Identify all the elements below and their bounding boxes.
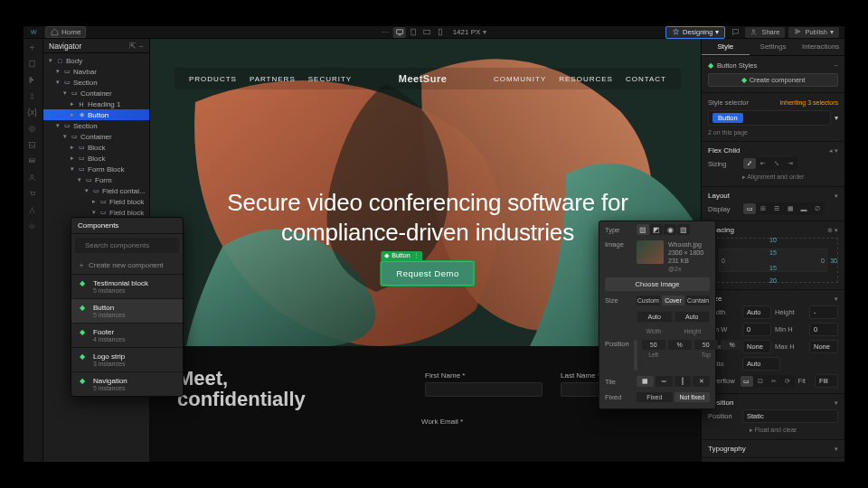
tree-row[interactable]: ▾▭Container	[43, 88, 149, 99]
tree-row[interactable]: ▾▭Container	[43, 131, 149, 142]
float-clear-toggle[interactable]: ▸ Float and clear	[708, 425, 838, 436]
components-rail-icon[interactable]	[28, 91, 39, 102]
components-search-input[interactable]	[85, 241, 180, 249]
section-position[interactable]: Position▾	[708, 398, 838, 408]
ecommerce-icon[interactable]	[28, 189, 39, 200]
ellipsis-icon[interactable]: ⋯	[382, 28, 389, 36]
components-search[interactable]	[75, 238, 179, 253]
tree-row[interactable]: ▸HHeading 1	[43, 99, 149, 109]
selected-element: ◆Button⋮ Request Demo	[381, 261, 474, 286]
bg-width-input[interactable]: Auto	[637, 311, 673, 323]
choose-image-button[interactable]: Choose Image	[605, 277, 710, 291]
tree-row[interactable]: ▾□Body	[43, 55, 149, 66]
nav-link[interactable]: RESOURCES	[559, 75, 613, 83]
users-icon[interactable]	[28, 173, 39, 183]
tablet-landscape-icon[interactable]	[420, 27, 433, 38]
designing-toggle[interactable]: Designing▾	[665, 26, 725, 39]
nav-link[interactable]: SECURITY	[308, 75, 352, 83]
navigator-pin-icon[interactable]: ⇱	[129, 42, 137, 51]
svg-rect-1	[410, 29, 415, 35]
spacing-editor[interactable]: 10 20 30 30 15 15 0 0	[708, 238, 838, 283]
cta-button[interactable]: Request Demo	[381, 261, 474, 286]
section-layout[interactable]: Layout▾	[708, 191, 838, 201]
state-chevron-down-icon[interactable]: ▾	[835, 114, 838, 122]
components-popover: Components ＋Create new component ◆Testim…	[71, 217, 184, 397]
nav-link[interactable]: PARTNERS	[250, 75, 296, 83]
width-chevron-down-icon[interactable]: ▾	[483, 28, 486, 36]
tree-row[interactable]: ▾▭Section	[43, 77, 149, 88]
apps-icon[interactable]	[28, 221, 39, 232]
tablet-icon[interactable]	[407, 27, 420, 38]
navigator-tree: ▾□Body▾▭Navbar▾▭Section▾▭Container▸HHead…	[43, 53, 149, 230]
assets-icon[interactable]	[28, 140, 39, 151]
height-input[interactable]: -	[809, 305, 838, 319]
bg-position-grid[interactable]	[634, 340, 637, 371]
component-item[interactable]: ◆Testimonial block5 instances	[71, 274, 183, 298]
comment-icon[interactable]	[729, 27, 741, 38]
bg-image-thumb[interactable]	[637, 240, 664, 264]
sizing-options[interactable]: ⤢⇤⤡⇥	[742, 157, 797, 170]
tree-row[interactable]: ▾▭Field contai...	[43, 185, 149, 196]
logic-icon[interactable]	[28, 205, 39, 216]
nav-link[interactable]: COMMUNITY	[494, 75, 546, 83]
tree-row[interactable]: ▾▭Navbar	[43, 66, 149, 77]
svg-point-11	[31, 175, 33, 178]
desktop-icon[interactable]	[393, 27, 406, 38]
add-elements-icon[interactable]	[28, 42, 39, 53]
class-selector[interactable]: Button	[708, 110, 831, 126]
alignment-toggle[interactable]: ▸ Alignment and order	[708, 172, 838, 183]
tree-row[interactable]: ▾▭Section	[43, 120, 149, 131]
ratio-input[interactable]: Auto	[742, 357, 780, 371]
bg-fixed-seg[interactable]: FixedNot fixed	[637, 392, 710, 402]
section-size[interactable]: Size▾	[708, 294, 838, 304]
navigator-icon[interactable]	[28, 75, 39, 86]
create-component-row[interactable]: ＋Create new component	[71, 257, 183, 274]
maxh-input[interactable]: None	[809, 340, 838, 353]
position-select[interactable]: Static	[742, 409, 838, 423]
overflow-options[interactable]: ▭⊡✂⟳	[740, 375, 795, 388]
pages-icon[interactable]	[28, 59, 39, 70]
brand-logo[interactable]: MeetSure	[352, 73, 494, 84]
bg-type-tabs[interactable]: ▧◩◉▨	[637, 224, 690, 235]
create-component-button[interactable]: ◆Create component	[708, 73, 838, 87]
variables-icon[interactable]: {x}	[28, 108, 39, 118]
first-name-input[interactable]	[425, 382, 542, 397]
publish-button[interactable]: Publish▾	[788, 27, 839, 38]
home-button[interactable]: Home	[45, 26, 86, 38]
nav-link[interactable]: CONTACT	[626, 75, 666, 83]
component-item[interactable]: ◆Navigation5 instances	[71, 371, 183, 396]
selection-tag[interactable]: ◆Button⋮	[381, 251, 422, 260]
display-options[interactable]: ▭⊞☰▦▬∅	[742, 202, 825, 215]
tree-row[interactable]: ▸▭Block	[43, 142, 149, 153]
minh-input[interactable]: 0	[809, 323, 838, 336]
section-spacing[interactable]: Spacing⊕ ▾	[708, 225, 838, 235]
tree-row[interactable]: ▾▭Form Block	[43, 164, 149, 174]
tree-row[interactable]: ▸◆Button	[43, 109, 149, 120]
component-item[interactable]: ◆Button5 instances	[71, 298, 183, 323]
tree-row[interactable]: ▸▭Field block	[43, 196, 149, 207]
nav-link[interactable]: PRODUCTS	[189, 75, 237, 83]
component-item[interactable]: ◆Logo strip3 instances	[71, 347, 183, 371]
bg-tile-seg[interactable]: ▦═║✕	[637, 376, 710, 387]
tree-row[interactable]: ▸▭Block	[43, 153, 149, 164]
styles-icon[interactable]	[28, 124, 39, 135]
maxw-input[interactable]: None	[742, 340, 771, 353]
tree-row[interactable]: ▾▭Form	[43, 174, 149, 185]
tab-interactions[interactable]: Interactions	[797, 39, 844, 55]
navigator-header: Navigator ⇱−	[43, 39, 149, 53]
bg-height-input[interactable]: Auto	[675, 311, 711, 323]
width-input[interactable]: Auto	[742, 305, 771, 319]
tab-settings[interactable]: Settings	[750, 39, 797, 55]
section-flex-child[interactable]: Flex Child◂ ▾	[708, 145, 838, 155]
minw-input[interactable]: 0	[742, 323, 771, 336]
share-button[interactable]: Share	[745, 27, 785, 38]
cms-icon[interactable]	[28, 156, 39, 167]
webflow-logo-icon[interactable]	[24, 26, 43, 39]
bg-size-seg[interactable]: CustomCoverContain	[637, 296, 710, 305]
tab-style[interactable]: Style	[702, 39, 750, 55]
background-image-popover: Type ▧◩◉▨ Image Whoosh.jpg2300 × 1800231…	[599, 221, 716, 409]
mobile-icon[interactable]	[434, 27, 447, 38]
section-typography[interactable]: Typography▾	[708, 444, 838, 454]
collapse-icon[interactable]: −	[139, 42, 144, 51]
component-item[interactable]: ◆Footer4 instances	[71, 323, 183, 347]
